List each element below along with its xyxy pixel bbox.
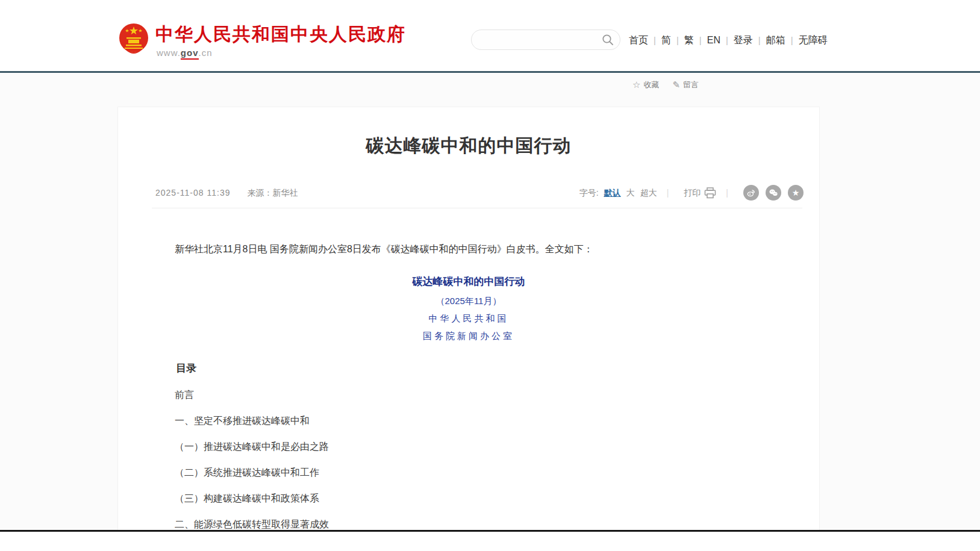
nav-simplified-chinese[interactable]: 简 [661,35,671,45]
search-box[interactable] [471,30,620,50]
nav-mail[interactable]: 邮箱 [766,35,785,45]
document-author-line2: 国务院新闻办公室 [155,331,782,342]
wechat-icon [768,187,779,198]
article-meta-row: 2025-11-08 11:39 来源： 新华社 字号: 默认 大 超大 | 打… [118,185,819,201]
nav-separator: | [699,35,702,45]
toc-item: 前言 [155,388,782,401]
site-brand[interactable]: 中华人民共和国中央人民政府 www.gov.cn [118,22,406,58]
meta-rule [152,208,802,208]
site-header: 中华人民共和国中央人民政府 www.gov.cn 首页|简|繁|EN|登录|邮箱… [0,0,980,71]
favorite-action[interactable]: ☆ 收藏 [632,79,659,90]
source-value[interactable]: 新华社 [272,187,298,199]
comment-label: 留言 [683,79,699,90]
lead-paragraph: 新华社北京11月8日电 国务院新闻办公室8日发布《碳达峰碳中和的中国行动》白皮书… [155,242,782,257]
weibo-icon [746,187,757,198]
nav-separator: | [676,35,679,45]
toc-item: （二）系统推进碳达峰碳中和工作 [155,466,782,479]
meta-divider: | [667,187,669,199]
toc-item: 二、能源绿色低碳转型取得显著成效 [155,518,782,530]
nav-separator: | [758,35,761,45]
meta-left: 2025-11-08 11:39 来源： 新华社 [155,187,298,199]
toc-item: 一、坚定不移推进碳达峰碳中和 [155,414,782,427]
source-label: 来源： [247,187,272,199]
bottom-white-strip [0,532,980,551]
url-cn: .cn [199,48,213,58]
meta-divider: | [726,187,728,199]
star-outline-icon: ☆ [632,79,640,90]
contents-heading: 目录 [155,361,782,375]
article-body: 新华社北京11月8日电 国务院新闻办公室8日发布《碳达峰碳中和的中国行动》白皮书… [118,242,819,530]
document-author-line1: 中华人民共和国 [155,313,782,325]
comment-action[interactable]: ✎ 留言 [672,79,699,90]
search-input[interactable] [481,35,602,45]
font-size-label: 字号: [579,187,599,199]
nav-separator: | [791,35,793,45]
url-gov: gov [181,48,199,60]
content-zone: ☆ 收藏 ✎ 留言 碳达峰碳中和的中国行动 2025-11-08 11:39 来… [0,73,980,530]
font-size-xlarge-button[interactable]: 超大 [640,187,657,199]
print-label: 打印 [684,187,701,199]
pen-icon: ✎ [672,79,680,90]
article-title: 碳达峰碳中和的中国行动 [118,134,819,158]
article-card: 碳达峰碳中和的中国行动 2025-11-08 11:39 来源： 新华社 字号:… [118,107,819,530]
meta-right: 字号: 默认 大 超大 | 打印 | [574,185,804,201]
page-action-row: ☆ 收藏 ✎ 留言 [632,79,712,90]
brand-text: 中华人民共和国中央人民政府 www.gov.cn [155,22,406,58]
site-title: 中华人民共和国中央人民政府 [155,24,406,44]
toc-item: （一）推进碳达峰碳中和是必由之路 [155,440,782,453]
font-size-default-button[interactable]: 默认 [604,187,621,199]
publish-date: 2025-11-08 11:39 [155,187,230,199]
font-size-large-button[interactable]: 大 [626,187,635,199]
site-url: www.gov.cn [157,48,406,58]
nav-home[interactable]: 首页 [629,35,648,45]
favorite-share-button[interactable]: ★ [788,185,804,201]
nav-login[interactable]: 登录 [734,35,753,45]
wechat-share-button[interactable] [766,185,781,201]
print-button[interactable]: 打印 [684,187,716,199]
favorite-label: 收藏 [643,79,659,90]
printer-icon [704,187,716,199]
nav-traditional-chinese[interactable]: 繁 [684,35,694,45]
star-icon: ★ [792,188,800,197]
national-emblem-icon [118,22,149,58]
document-title: 碳达峰碳中和的中国行动 [155,275,782,288]
nav-separator: | [726,35,728,45]
document-date: （2025年11月） [155,296,782,307]
url-www: www. [157,48,181,58]
toc-item: （三）构建碳达峰碳中和政策体系 [155,492,782,505]
top-nav: 首页|简|繁|EN|登录|邮箱|无障碍 [629,34,828,47]
nav-english[interactable]: EN [707,35,720,45]
search-icon[interactable] [602,34,614,46]
nav-accessibility[interactable]: 无障碍 [799,35,828,45]
nav-separator: | [654,35,656,45]
weibo-share-button[interactable] [743,185,759,201]
